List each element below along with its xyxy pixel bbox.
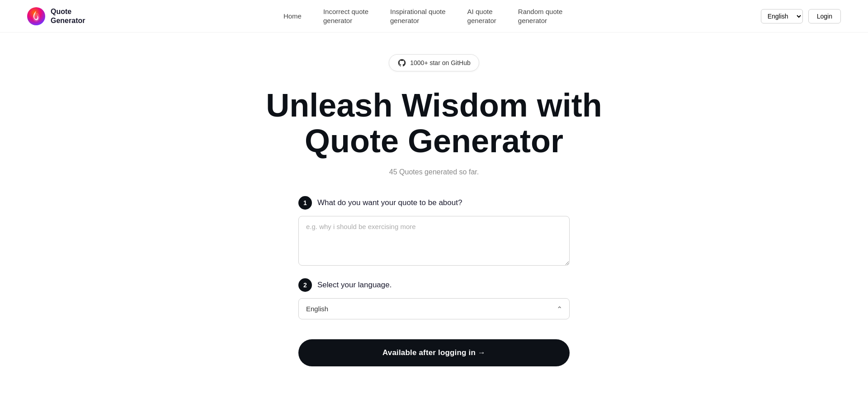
quote-textarea[interactable] — [298, 216, 570, 266]
step-1-number: 1 — [298, 196, 312, 210]
nav-inspirational-quote[interactable]: Inspirational quote generator — [390, 8, 446, 24]
hero-heading: Unleash Wisdom with Quote Generator — [266, 88, 602, 159]
step-2-title: Select your language. — [317, 281, 392, 290]
navbar: QuoteGenerator Home Incorrect quote gene… — [0, 0, 868, 33]
nav-ai-quote[interactable]: AI quote generator — [467, 8, 496, 24]
form-step-1: 1 What do you want your quote to be abou… — [298, 196, 570, 266]
nav-incorrect-quote[interactable]: Incorrect quote generator — [323, 8, 368, 24]
github-badge-text: 1000+ star on GitHub — [410, 59, 470, 66]
step-1-title: What do you want your quote to be about? — [317, 198, 462, 207]
main-content: 1000+ star on GitHub Unleash Wisdom with… — [0, 33, 868, 393]
nav-right: English Spanish French Login — [761, 9, 841, 23]
stats-text: 45 Quotes generated so far. — [389, 168, 479, 176]
step-1-label: 1 What do you want your quote to be abou… — [298, 196, 570, 210]
cta-button[interactable]: Available after logging in → — [298, 339, 570, 366]
form-step-2: 2 Select your language. English Spanish … — [298, 278, 570, 319]
login-button[interactable]: Login — [808, 9, 841, 23]
logo-link[interactable]: QuoteGenerator — [27, 7, 85, 25]
nav-home[interactable]: Home — [283, 12, 302, 20]
logo-text: QuoteGenerator — [51, 7, 85, 25]
step-2-number: 2 — [298, 278, 312, 292]
language-dropdown[interactable]: English Spanish French German Japanese C… — [298, 298, 570, 319]
language-select-nav[interactable]: English Spanish French — [761, 9, 803, 23]
language-dropdown-container: English Spanish French German Japanese C… — [298, 298, 570, 319]
github-icon — [397, 58, 406, 67]
nav-links: Home Incorrect quote generator Inspirati… — [283, 7, 562, 25]
nav-random-quote[interactable]: Random quote generator — [518, 8, 562, 24]
form-container: 1 What do you want your quote to be abou… — [298, 196, 570, 366]
step-2-label: 2 Select your language. — [298, 278, 570, 292]
logo-icon — [27, 7, 45, 25]
github-badge: 1000+ star on GitHub — [389, 54, 479, 71]
